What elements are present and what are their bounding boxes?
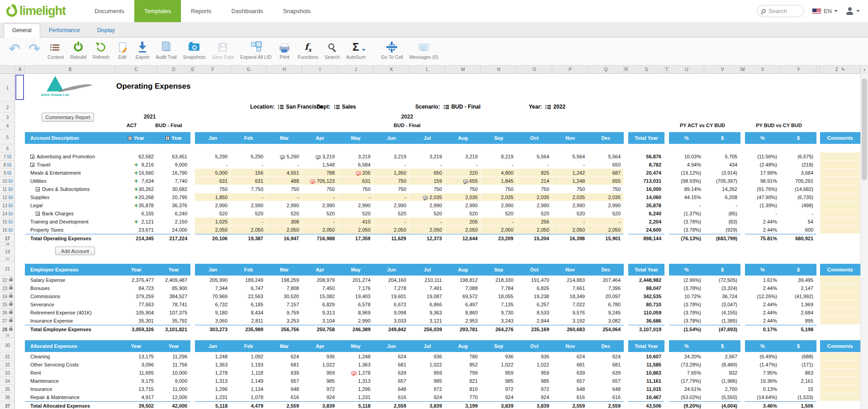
cell-Z13-comments[interactable] [820,201,860,209]
cell-H32[interactable]: 681 [266,361,302,369]
cell-L34[interactable]: 985 [409,377,445,385]
column-header-Q[interactable]: Q [588,66,624,74]
cell-X35[interactable]: 0.13% [745,385,780,393]
cell-X10[interactable]: 98.91% [745,177,780,185]
row-header-9[interactable]: 9 [0,169,15,177]
cell-L32[interactable]: 1,022 [409,361,445,369]
cell-V11[interactable]: 14,262 [704,185,740,193]
cell-D28[interactable]: 3,101,821 [157,325,190,333]
cell-C14[interactable]: 6,155 [115,209,157,218]
cell-Y37[interactable]: 1,506 [780,401,816,409]
cell-M10[interactable]: 655 [445,177,481,185]
cell-J24[interactable]: 19,403 [338,292,374,300]
cell-C25[interactable]: 77,663 [115,300,157,309]
cell-P24[interactable]: 18,349 [552,292,588,300]
cell-C7[interactable]: 62,582 [115,152,157,161]
toolbar-refresh-button[interactable]: Refresh [90,40,113,61]
cell-S36[interactable]: 10,467 [628,393,664,401]
cell-C28[interactable]: 3,059,326 [115,325,157,333]
cell-P16[interactable]: 2,050 [552,226,588,234]
cell-G22[interactable]: 189,249 [231,276,266,284]
cell-G13[interactable]: 2,990 [231,201,266,209]
cell-A16[interactable] [15,226,25,234]
cell-A33[interactable] [15,369,25,377]
cell-L35[interactable]: 972 [409,385,445,393]
cell-C13[interactable]: +35,878 [115,201,157,209]
cell-O14[interactable]: 520 [517,209,552,218]
cell-X12[interactable]: (47.90%) [745,193,780,201]
row-header-11[interactable]: 11 [0,185,15,193]
cell-I15[interactable]: - [302,218,338,226]
cell-Q14[interactable]: 520 [588,209,624,218]
add-account-button[interactable]: Add Account [55,247,95,255]
cell-C11[interactable]: +30,262 [115,185,157,193]
cell-G15[interactable]: - [231,218,266,226]
cell-H15[interactable]: 308 [266,218,302,226]
cell-H24[interactable]: 30,520 [266,292,302,300]
cell-N27[interactable]: 3,243 [481,317,517,325]
cell-F27[interactable]: 3,060 [195,317,231,325]
column-header-X[interactable]: X [745,66,780,74]
cell-M32[interactable]: 852 [445,361,481,369]
row-header-2[interactable]: 2 [0,102,15,113]
cell-H9[interactable]: 4,551 [266,169,302,177]
cell-D24[interactable]: 384,527 [157,292,190,300]
column-header-spacer[interactable] [0,66,15,74]
cell-P33[interactable]: 639 [552,369,588,377]
cell-J7[interactable]: 3,219 [338,152,374,161]
cell-V10[interactable]: (705,397) [704,177,740,185]
list-icon[interactable] [444,105,449,109]
cell-M14[interactable]: 520 [445,209,481,218]
cell-U10[interactable]: (98.93%) [669,177,704,185]
cell-J23[interactable]: 7,176 [338,284,374,292]
cell-U16[interactable]: (3.78%) [669,226,704,234]
cell-F13[interactable]: 2,990 [195,201,231,209]
cell-V26[interactable]: (4,155) [704,309,740,317]
add-line-icon[interactable]: + [134,202,138,209]
cell-X33[interactable]: 7.95% [745,369,780,377]
cell-N12[interactable]: 2,035 [481,193,517,201]
cell-N11[interactable]: 750 [481,185,517,193]
cell-L27[interactable]: 3,121 [409,317,445,325]
row-header-8[interactable]: 8 [0,161,15,169]
cell-K26[interactable]: 9,098 [374,309,409,317]
cell-U22[interactable]: (2.96%) [669,276,704,284]
cell-X9[interactable]: 17.99% [745,169,780,177]
cell-G36[interactable]: 1,078 [231,393,266,401]
cell-N33[interactable]: 959 [481,369,517,377]
cell-M26[interactable]: 8,860 [445,309,481,317]
cell-B22[interactable]: Salary Expense [25,276,115,284]
cell-G26[interactable]: 8,434 [231,309,266,317]
cell-D8[interactable]: 9,000 [157,161,190,169]
row-header-1[interactable]: 1 [0,74,15,102]
cell-X14[interactable]: - [745,209,780,218]
cell-O25[interactable]: 6,257 [517,300,552,309]
cell-M27[interactable]: 2,953 [445,317,481,325]
row-header-16[interactable]: 16 [0,226,15,234]
cell-L24[interactable]: 19,087 [409,292,445,300]
cell-H7[interactable]: 5,290 [266,152,302,161]
column-header-H[interactable]: H [266,66,302,74]
cell-A32[interactable] [15,361,25,369]
cell-S27[interactable]: 36,686 [628,317,664,325]
cell-B8[interactable]: Travel [25,161,115,169]
column-header-D[interactable]: D [157,66,190,74]
cell-B27[interactable]: Insurance Expense [25,317,115,325]
cell-B25[interactable]: Severance [25,300,115,309]
cell-J32[interactable]: 1,363 [338,361,374,369]
cell-K31[interactable]: 624 [374,352,409,361]
cell-G14[interactable]: 520 [231,209,266,218]
cell-V9[interactable]: (3,914) [704,169,740,177]
row-header-13[interactable]: 13 [0,201,15,209]
cell-H13[interactable]: 2,990 [266,201,302,209]
column-header-Z[interactable]: Z✎ [820,66,860,74]
cell-L26[interactable]: 9,363 [409,309,445,317]
cell-F26[interactable]: 9,180 [195,309,231,317]
cell-J28[interactable]: 246,389 [338,325,374,333]
cell-S11[interactable]: 16,000 [628,185,664,193]
cell-N34[interactable]: 985 [481,377,517,385]
cell-F7[interactable]: 5,290 [195,152,231,161]
cell-H14[interactable]: 520 [266,209,302,218]
cell-V32[interactable]: (8,489) [704,361,740,369]
edit-columns-icon[interactable]: ✎ [841,67,845,72]
